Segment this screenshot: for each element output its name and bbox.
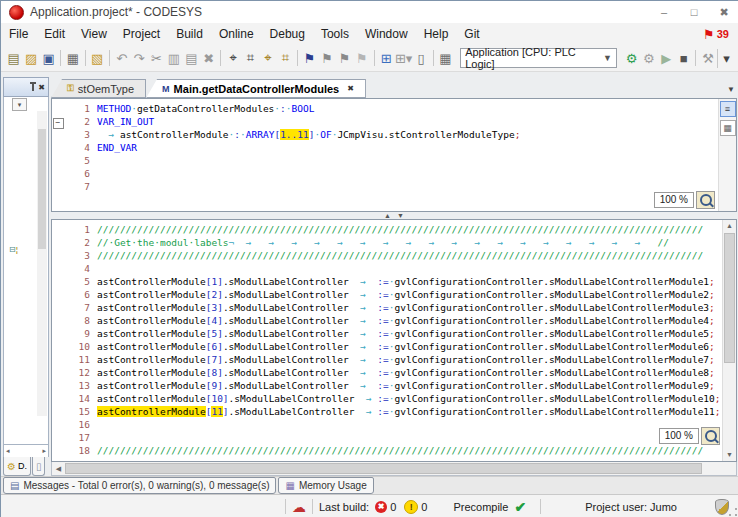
declaration-pane[interactable]: 1METHOD·getDataControllerModules·:·BOOL−… [51,98,737,212]
panel-dropdown-icon[interactable]: ▾ [12,98,27,111]
fold-column [52,141,64,154]
next-bookmark-icon[interactable]: ⚑ [336,49,353,68]
line-number: 6 [64,288,97,301]
fold-column [52,353,64,366]
toolbar-separator [85,50,86,66]
messages-tab[interactable]: ▤Messages - Total 0 error(s), 0 warning(… [3,477,276,494]
implementation-horizontal-scrollbar[interactable]: ◀ [51,462,737,476]
menu-git[interactable]: Git [456,25,487,43]
implementation-vertical-scrollbar[interactable]: ▲ ▼ [722,220,736,461]
messages-icon: ▤ [10,480,19,491]
fold-column [52,314,64,327]
code-text: ////////////////////////////////////////… [97,444,703,457]
menu-file[interactable]: File [1,25,36,43]
method-icon: M [162,84,170,94]
menu-debug[interactable]: Debug [262,25,313,43]
undo-icon[interactable]: ↶ [113,49,130,68]
clear-bookmarks-icon[interactable]: ⚑ [353,49,370,68]
paste-folder-icon[interactable]: ▧ [89,49,106,68]
pin-icon[interactable] [32,84,34,91]
scroll-left-icon[interactable]: ◀ [52,465,65,473]
incremental-find-icon[interactable]: ⌗ [242,49,259,68]
new-file-icon[interactable]: ▤ [5,49,22,68]
tab-list-dropdown-icon[interactable]: ▼ [727,85,735,94]
memory-usage-tab[interactable]: ▦Memory Usage [278,477,373,494]
textual-view-button[interactable]: ≡ [720,101,736,117]
panel-vertical-scrollbar[interactable] [37,111,47,416]
panel-horizontal-scrollbar[interactable]: ◂▸ [3,445,49,457]
title-bar: Application.project* - CODESYS – □ ✖ [1,1,738,23]
pous-tab[interactable]: ▯ [32,457,46,476]
generate-code-icon[interactable]: ▯ [412,49,429,68]
implementation-pane[interactable]: 1///////////////////////////////////////… [51,219,737,462]
copy-icon[interactable]: ▥ [165,49,182,68]
menu-window[interactable]: Window [357,25,416,43]
splitter-up-icon[interactable]: ▲ [384,212,391,219]
last-build-label: Last build: [319,501,369,513]
print-icon[interactable]: ▦ [64,49,81,68]
redo-icon[interactable]: ↷ [130,49,147,68]
paste-icon[interactable]: ▤ [183,49,200,68]
vertical-scroll-thumb[interactable] [724,233,735,363]
implementation-zoom-level[interactable]: 100 % [659,428,699,444]
code-text: //·Get·the·modul·labels¬ → → → → → → → →… [97,236,669,249]
panel-close-icon[interactable]: ✖ [38,83,45,92]
logout-icon[interactable]: ⚙ [640,49,657,68]
scroll-down-icon[interactable]: ▼ [723,449,736,461]
code-text: ////////////////////////////////////////… [97,249,703,262]
code-line: 10astControllerModule[6].sModulLabelCont… [52,340,736,353]
toolbar-overflow-icon[interactable]: ▾ [717,49,735,68]
application-combo[interactable]: Application [CPU: PLC Logic]▼ [460,48,617,68]
code-line: 8astControllerModule[4].sModulLabelContr… [52,314,736,327]
tab-Main.getDataControllerModules[interactable]: MMain.getDataControllerModules✖ [146,79,366,98]
tools-icon[interactable]: ⚒ [699,49,716,68]
devices-tab[interactable]: ⚙ D. [3,457,31,476]
find-in-project-icon[interactable]: ⌖ [259,49,276,68]
stop-icon[interactable]: ■ [675,49,692,68]
resize-grip[interactable] [728,507,738,517]
declaration-zoom-level[interactable]: 100 % [654,192,694,208]
pane-splitter[interactable]: ▲ ▼ [51,212,737,219]
cut-icon[interactable]: ✂ [148,49,165,68]
close-button[interactable]: ✖ [709,1,738,23]
build-icon[interactable]: ⊞ [378,49,395,68]
code-line: 15astControllerModule[11].sModulLabelCon… [52,405,736,418]
menu-help[interactable]: Help [416,25,457,43]
previous-bookmark-icon[interactable]: ⚑ [318,49,335,68]
menu-tools[interactable]: Tools [313,25,357,43]
splitter-down-icon[interactable]: ▼ [397,212,404,219]
code-line: 4END_VAR [52,141,736,154]
menu-view[interactable]: View [73,25,115,43]
tab-stOemType[interactable]: ⚿stOemType [51,79,146,98]
start-icon[interactable]: ▶ [658,49,675,68]
flag-status[interactable]: ⚑ 39 [703,27,729,42]
open-project-icon[interactable]: ▨ [22,49,39,68]
main-area: ✖ ▾ ⊟¦ ◂▸ ⚙ D. ▯ ⚿stOemTypeMMain.getData… [1,72,738,476]
fold-column [52,379,64,392]
menu-edit[interactable]: Edit [36,25,73,43]
maximize-button[interactable]: □ [679,1,709,23]
project-settings-icon[interactable]: ▦ [437,49,454,68]
fold-column: − [52,115,64,128]
menu-project[interactable]: Project [115,25,168,43]
horizontal-scroll-thumb[interactable] [65,463,702,474]
delete-icon[interactable]: ✖ [200,49,217,68]
minimize-button[interactable]: – [649,1,679,23]
save-icon[interactable]: ▣ [40,49,57,68]
tree-node-icon[interactable]: ⊟¦ [9,245,18,254]
login-icon[interactable]: ⚙ [623,49,640,68]
menu-build[interactable]: Build [168,25,211,43]
declaration-zoom-icon[interactable] [696,191,715,209]
implementation-zoom-icon[interactable] [701,427,720,445]
tab-close-icon[interactable]: ✖ [347,84,354,93]
offline-cloud-icon: ☁ [292,500,306,514]
scroll-up-icon[interactable]: ▲ [723,220,736,232]
fold-column [52,366,64,379]
bookmark-icon[interactable]: ⚑ [301,49,318,68]
menu-online[interactable]: Online [211,25,262,43]
tabular-view-button[interactable]: ▦ [720,120,736,136]
precompile-label: Precompile [453,501,508,513]
find-icon[interactable]: ⌖ [224,49,241,68]
build-config-icon[interactable]: ⊞▾ [395,49,412,68]
replace-in-project-icon[interactable]: ⌗ [277,49,294,68]
